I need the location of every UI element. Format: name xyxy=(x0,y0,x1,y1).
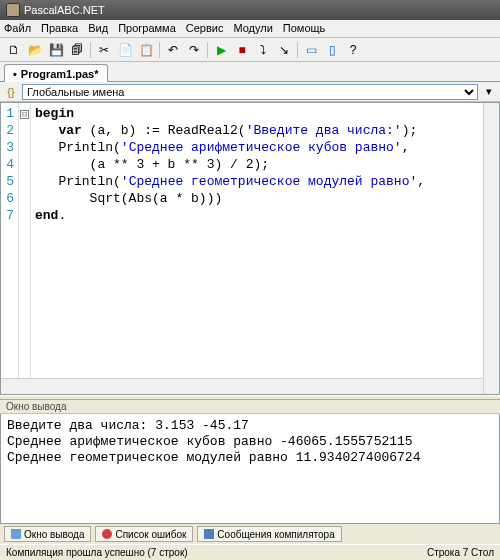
tab-program1[interactable]: • Program1.pas* xyxy=(4,64,108,82)
output-line: Среднее геометрическое модулей равно 11.… xyxy=(7,450,420,465)
menu-program[interactable]: Программа xyxy=(118,22,176,35)
window-title: PascalABC.NET xyxy=(24,4,105,16)
tab-dirty-marker: • xyxy=(13,68,17,80)
bottom-tabs: Окно вывода Список ошибок Сообщения комп… xyxy=(0,524,500,544)
redo-button[interactable]: ↷ xyxy=(184,40,204,60)
open-button[interactable]: 📂 xyxy=(25,40,45,60)
menu-view[interactable]: Вид xyxy=(88,22,108,35)
dropdown-icon[interactable]: ▾ xyxy=(482,85,496,99)
menu-file[interactable]: Файл xyxy=(4,22,31,35)
cut-button[interactable]: ✂ xyxy=(94,40,114,60)
menu-modules[interactable]: Модули xyxy=(233,22,272,35)
scope-dropdown[interactable]: Глобальные имена xyxy=(22,84,478,100)
menu-service[interactable]: Сервис xyxy=(186,22,224,35)
fold-column[interactable]: ⊟ xyxy=(19,103,31,394)
tab-compiler[interactable]: Сообщения компилятора xyxy=(197,526,341,542)
output-icon xyxy=(11,529,21,539)
menu-help[interactable]: Помощь xyxy=(283,22,326,35)
output-line: Среднее арифметическое кубов равно -4606… xyxy=(7,434,413,449)
paste-button[interactable]: 📋 xyxy=(136,40,156,60)
menu-edit[interactable]: Правка xyxy=(41,22,78,35)
fold-icon[interactable]: ⊟ xyxy=(20,110,29,119)
titlebar: PascalABC.NET xyxy=(0,0,500,20)
stop-button[interactable]: ■ xyxy=(232,40,252,60)
scrollbar-vertical[interactable] xyxy=(483,103,499,394)
tab-output[interactable]: Окно вывода xyxy=(4,526,91,542)
code-editor[interactable]: 1 2 3 4 5 6 7 ⊟ begin var (a, b) := Read… xyxy=(0,102,500,395)
error-icon xyxy=(102,529,112,539)
copy-button[interactable]: 📄 xyxy=(115,40,135,60)
tab-errors[interactable]: Список ошибок xyxy=(95,526,193,542)
nav-bar: {} Глобальные имена ▾ xyxy=(0,82,500,102)
help-button[interactable]: ? xyxy=(343,40,363,60)
statusbar: Компиляция прошла успешно (7 строк) Стро… xyxy=(0,544,500,560)
undo-button[interactable]: ↶ xyxy=(163,40,183,60)
output-panel[interactable]: Введите два числа: 3.153 -45.17 Среднее … xyxy=(0,414,500,524)
separator xyxy=(297,42,298,58)
saveall-button[interactable]: 🗐 xyxy=(67,40,87,60)
braces-icon: {} xyxy=(4,85,18,99)
run-button[interactable]: ▶ xyxy=(211,40,231,60)
file-tabs: • Program1.pas* xyxy=(0,62,500,82)
code-area[interactable]: begin var (a, b) := ReadReal2('Введите д… xyxy=(31,103,499,394)
output-line: Введите два числа: 3.153 -45.17 xyxy=(7,418,249,433)
save-button[interactable]: 💾 xyxy=(46,40,66,60)
stepover-button[interactable]: ⤵ xyxy=(253,40,273,60)
status-compile: Компиляция прошла успешно (7 строк) xyxy=(6,547,188,558)
separator xyxy=(207,42,208,58)
output-header: Окно вывода xyxy=(0,400,500,414)
new-button[interactable]: 🗋 xyxy=(4,40,24,60)
compiler-icon xyxy=(204,529,214,539)
menubar: Файл Правка Вид Программа Сервис Модули … xyxy=(0,20,500,38)
separator xyxy=(159,42,160,58)
line-gutter: 1 2 3 4 5 6 7 xyxy=(1,103,19,394)
status-cursor: Строка 7 Стол xyxy=(427,547,494,558)
window1-button[interactable]: ▭ xyxy=(301,40,321,60)
app-icon xyxy=(6,3,20,17)
tab-label: Program1.pas* xyxy=(21,68,99,80)
separator xyxy=(90,42,91,58)
stepin-button[interactable]: ↘ xyxy=(274,40,294,60)
window2-button[interactable]: ▯ xyxy=(322,40,342,60)
toolbar: 🗋 📂 💾 🗐 ✂ 📄 📋 ↶ ↷ ▶ ■ ⤵ ↘ ▭ ▯ ? xyxy=(0,38,500,62)
scrollbar-horizontal[interactable] xyxy=(1,378,483,394)
